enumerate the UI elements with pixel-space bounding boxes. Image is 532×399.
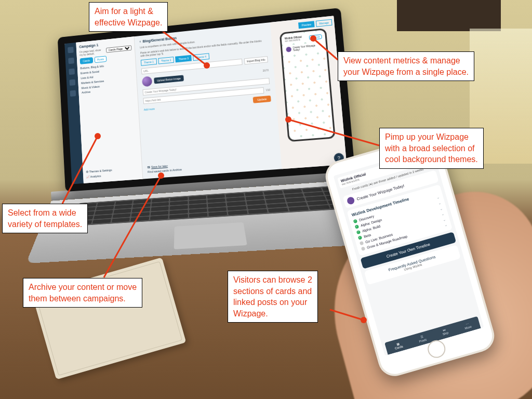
update-button[interactable]: Update	[253, 96, 271, 103]
template-list: Buttons, Blog & Info Events & Social Lis…	[80, 61, 134, 96]
theme-option[interactable]: Theme 2	[158, 57, 174, 64]
chevron-down-icon: ⌄	[437, 201, 442, 205]
laptop: Campaign 1 On page load, show my by defa…	[58, 8, 362, 263]
char-counter: 26/70	[263, 69, 269, 72]
preview-card-text: Create Your Wizpage Today!	[292, 44, 322, 51]
callout-themes: Pimp up your Wizpage with a broad select…	[379, 128, 484, 169]
rail-icon[interactable]	[68, 58, 74, 64]
preview-panel: Preview Manage Wizlink Officialwiz.link/…	[270, 16, 347, 169]
len-indicator: V10	[266, 88, 270, 91]
callout-templates: Select from a wide variety of templates.	[2, 204, 88, 233]
add-more-link[interactable]: Add more	[144, 107, 155, 111]
card-avatar-icon	[286, 47, 291, 52]
import-button[interactable]: Import Blog Info	[244, 56, 268, 64]
chevron-down-icon: ⌄	[442, 217, 446, 222]
wizard-avatar	[142, 76, 152, 87]
theme-option[interactable]: Theme 1	[141, 58, 157, 66]
callout-archive: Archive your content or move them betwee…	[23, 278, 142, 308]
pageload-note: On page load, show my by default.	[79, 48, 105, 56]
sidebar: Campaign 1 On page load, show my by defa…	[76, 36, 143, 183]
preview-tab[interactable]: Preview	[298, 21, 314, 29]
tab-skip[interactable]: ⏭Skip	[441, 328, 449, 337]
tab-more[interactable]: ⋯More	[463, 321, 472, 330]
upload-button[interactable]: Upload Button Image	[154, 75, 184, 84]
phone-preview-mock: Wizlink Officialwiz.link/wizlink Sign Up…	[280, 28, 336, 142]
callout-metrics: View content metrics & manage your Wizpa…	[338, 51, 474, 81]
chevron-down-icon: ⌄	[441, 211, 445, 216]
chevron-down-icon: ⌄	[439, 206, 443, 211]
editor-panel: ‹Blog/General Button Link to anywhere on…	[135, 22, 282, 179]
rail-icon[interactable]	[70, 90, 76, 97]
rail-icon[interactable]	[69, 69, 75, 75]
chevron-down-icon: ⌄	[444, 222, 448, 227]
laptop-screen: Campaign 1 On page load, show my by defa…	[58, 8, 355, 192]
archive-hint: Find saved cards in Archive	[148, 168, 182, 174]
tab-posts[interactable]: ☰Posts	[418, 334, 427, 343]
chevron-down-icon: ⌄	[436, 195, 440, 200]
callout-light: Aim for a light & effective Wizpage.	[89, 2, 168, 32]
trackpad	[174, 222, 247, 249]
rail-icon[interactable]	[69, 79, 75, 86]
preview-signup[interactable]: Sign Up	[309, 34, 322, 39]
page-select[interactable]: Cards Page	[106, 45, 132, 53]
theme-option[interactable]: Theme 3	[176, 55, 192, 63]
card-avatar-icon	[347, 196, 355, 205]
tab-cards[interactable]: ▦Cards	[393, 341, 403, 350]
tab-posts[interactable]: Posts	[94, 56, 107, 63]
manage-tab[interactable]: Manage	[316, 19, 332, 27]
tab-cards[interactable]: Cards	[80, 57, 93, 64]
picture-frame	[397, 0, 501, 31]
save-later-link[interactable]: Save for later	[151, 165, 168, 169]
callout-visitors: Visitors can browse 2 sections of cards …	[228, 271, 318, 323]
rail-icon[interactable]	[68, 47, 74, 53]
theme-option[interactable]: Theme 4	[193, 53, 209, 61]
